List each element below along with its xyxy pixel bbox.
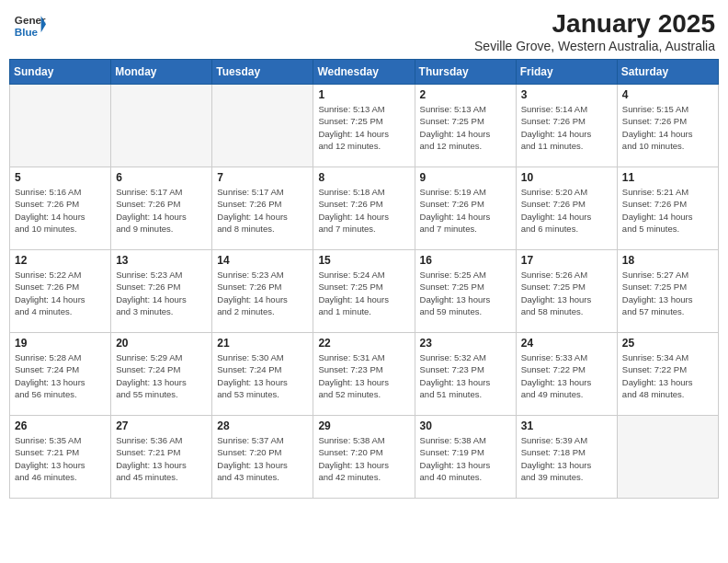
day-info: Sunrise: 5:27 AM Sunset: 7:25 PM Dayligh… (622, 269, 713, 317)
calendar-cell: 31Sunrise: 5:39 AM Sunset: 7:18 PM Dayli… (516, 416, 617, 499)
calendar-cell: 28Sunrise: 5:37 AM Sunset: 7:20 PM Dayli… (212, 416, 313, 499)
day-number: 31 (521, 419, 612, 432)
calendar-header-thursday: Thursday (415, 60, 516, 85)
day-number: 15 (318, 254, 409, 267)
calendar-cell: 23Sunrise: 5:32 AM Sunset: 7:23 PM Dayli… (415, 333, 516, 416)
day-number: 27 (116, 419, 207, 432)
week-row-1: 1Sunrise: 5:13 AM Sunset: 7:25 PM Daylig… (10, 85, 719, 167)
calendar-cell: 19Sunrise: 5:28 AM Sunset: 7:24 PM Dayli… (10, 333, 111, 416)
calendar-cell: 22Sunrise: 5:31 AM Sunset: 7:23 PM Dayli… (313, 333, 415, 416)
day-info: Sunrise: 5:38 AM Sunset: 7:19 PM Dayligh… (420, 434, 511, 483)
calendar-cell: 30Sunrise: 5:38 AM Sunset: 7:19 PM Dayli… (415, 416, 516, 499)
day-info: Sunrise: 5:23 AM Sunset: 7:26 PM Dayligh… (217, 269, 308, 317)
calendar-cell (617, 416, 718, 499)
day-info: Sunrise: 5:24 AM Sunset: 7:25 PM Dayligh… (318, 269, 409, 317)
day-number: 7 (217, 171, 308, 184)
calendar-cell: 17Sunrise: 5:26 AM Sunset: 7:25 PM Dayli… (516, 250, 617, 333)
calendar-cell (212, 85, 313, 167)
calendar-cell (111, 85, 212, 167)
day-info: Sunrise: 5:33 AM Sunset: 7:22 PM Dayligh… (521, 351, 612, 400)
calendar-header-saturday: Saturday (617, 60, 718, 85)
calendar-cell: 20Sunrise: 5:29 AM Sunset: 7:24 PM Dayli… (111, 333, 212, 416)
day-info: Sunrise: 5:26 AM Sunset: 7:25 PM Dayligh… (521, 269, 612, 317)
day-info: Sunrise: 5:19 AM Sunset: 7:26 PM Dayligh… (420, 186, 511, 235)
day-info: Sunrise: 5:20 AM Sunset: 7:26 PM Dayligh… (521, 186, 612, 235)
day-info: Sunrise: 5:36 AM Sunset: 7:21 PM Dayligh… (116, 434, 207, 483)
page-title: January 2025 (474, 9, 715, 39)
calendar-cell: 29Sunrise: 5:38 AM Sunset: 7:20 PM Dayli… (313, 416, 415, 499)
page-subtitle: Seville Grove, Western Australia, Austra… (474, 39, 715, 53)
week-row-3: 12Sunrise: 5:22 AM Sunset: 7:26 PM Dayli… (10, 250, 719, 333)
day-number: 12 (15, 254, 106, 267)
day-number: 11 (622, 171, 713, 184)
day-info: Sunrise: 5:39 AM Sunset: 7:18 PM Dayligh… (521, 434, 612, 483)
week-row-2: 5Sunrise: 5:16 AM Sunset: 7:26 PM Daylig… (10, 167, 719, 250)
logo: General Blue (13, 9, 46, 42)
day-info: Sunrise: 5:38 AM Sunset: 7:20 PM Dayligh… (318, 434, 409, 483)
day-info: Sunrise: 5:14 AM Sunset: 7:26 PM Dayligh… (521, 103, 612, 152)
calendar-header-tuesday: Tuesday (212, 60, 313, 85)
day-number: 5 (15, 171, 106, 184)
day-info: Sunrise: 5:17 AM Sunset: 7:26 PM Dayligh… (217, 186, 308, 235)
day-info: Sunrise: 5:37 AM Sunset: 7:20 PM Dayligh… (217, 434, 308, 483)
calendar-cell: 25Sunrise: 5:34 AM Sunset: 7:22 PM Dayli… (617, 333, 718, 416)
day-info: Sunrise: 5:18 AM Sunset: 7:26 PM Dayligh… (318, 186, 409, 235)
page-header: General Blue January 2025 Seville Grove,… (9, 9, 719, 53)
week-row-4: 19Sunrise: 5:28 AM Sunset: 7:24 PM Dayli… (10, 333, 719, 416)
calendar-header-wednesday: Wednesday (313, 60, 415, 85)
day-info: Sunrise: 5:13 AM Sunset: 7:25 PM Dayligh… (420, 103, 511, 152)
day-info: Sunrise: 5:13 AM Sunset: 7:25 PM Dayligh… (318, 103, 409, 152)
calendar-cell: 8Sunrise: 5:18 AM Sunset: 7:26 PM Daylig… (313, 167, 415, 250)
calendar-cell: 9Sunrise: 5:19 AM Sunset: 7:26 PM Daylig… (415, 167, 516, 250)
week-row-5: 26Sunrise: 5:35 AM Sunset: 7:21 PM Dayli… (10, 416, 719, 499)
day-number: 29 (318, 419, 409, 432)
calendar-cell: 3Sunrise: 5:14 AM Sunset: 7:26 PM Daylig… (516, 85, 617, 167)
calendar-cell: 7Sunrise: 5:17 AM Sunset: 7:26 PM Daylig… (212, 167, 313, 250)
svg-text:Blue: Blue (15, 26, 39, 38)
calendar-header-monday: Monday (111, 60, 212, 85)
calendar-cell: 26Sunrise: 5:35 AM Sunset: 7:21 PM Dayli… (10, 416, 111, 499)
calendar-cell: 27Sunrise: 5:36 AM Sunset: 7:21 PM Dayli… (111, 416, 212, 499)
day-number: 3 (521, 88, 612, 101)
day-number: 4 (622, 88, 713, 101)
day-number: 9 (420, 171, 511, 184)
title-block: January 2025 Seville Grove, Western Aust… (474, 9, 715, 53)
day-info: Sunrise: 5:16 AM Sunset: 7:26 PM Dayligh… (15, 186, 106, 235)
calendar-cell: 5Sunrise: 5:16 AM Sunset: 7:26 PM Daylig… (10, 167, 111, 250)
day-info: Sunrise: 5:25 AM Sunset: 7:25 PM Dayligh… (420, 269, 511, 317)
calendar-cell: 13Sunrise: 5:23 AM Sunset: 7:26 PM Dayli… (111, 250, 212, 333)
calendar-cell: 10Sunrise: 5:20 AM Sunset: 7:26 PM Dayli… (516, 167, 617, 250)
day-number: 6 (116, 171, 207, 184)
calendar-cell: 4Sunrise: 5:15 AM Sunset: 7:26 PM Daylig… (617, 85, 718, 167)
day-info: Sunrise: 5:15 AM Sunset: 7:26 PM Dayligh… (622, 103, 713, 152)
day-number: 14 (217, 254, 308, 267)
day-number: 30 (420, 419, 511, 432)
logo-icon: General Blue (13, 9, 46, 42)
day-info: Sunrise: 5:35 AM Sunset: 7:21 PM Dayligh… (15, 434, 106, 483)
day-info: Sunrise: 5:30 AM Sunset: 7:24 PM Dayligh… (217, 351, 308, 400)
day-info: Sunrise: 5:31 AM Sunset: 7:23 PM Dayligh… (318, 351, 409, 400)
day-number: 24 (521, 337, 612, 350)
day-number: 10 (521, 171, 612, 184)
day-number: 13 (116, 254, 207, 267)
day-number: 18 (622, 254, 713, 267)
day-info: Sunrise: 5:29 AM Sunset: 7:24 PM Dayligh… (116, 351, 207, 400)
calendar-cell: 12Sunrise: 5:22 AM Sunset: 7:26 PM Dayli… (10, 250, 111, 333)
day-number: 26 (15, 419, 106, 432)
day-number: 8 (318, 171, 409, 184)
calendar-cell: 6Sunrise: 5:17 AM Sunset: 7:26 PM Daylig… (111, 167, 212, 250)
day-info: Sunrise: 5:21 AM Sunset: 7:26 PM Dayligh… (622, 186, 713, 235)
day-number: 25 (622, 337, 713, 350)
day-info: Sunrise: 5:23 AM Sunset: 7:26 PM Dayligh… (116, 269, 207, 317)
day-number: 21 (217, 337, 308, 350)
calendar-cell: 21Sunrise: 5:30 AM Sunset: 7:24 PM Dayli… (212, 333, 313, 416)
calendar-cell: 15Sunrise: 5:24 AM Sunset: 7:25 PM Dayli… (313, 250, 415, 333)
calendar-cell (10, 85, 111, 167)
calendar-cell: 2Sunrise: 5:13 AM Sunset: 7:25 PM Daylig… (415, 85, 516, 167)
day-number: 16 (420, 254, 511, 267)
day-number: 17 (521, 254, 612, 267)
day-number: 28 (217, 419, 308, 432)
calendar-header-row: SundayMondayTuesdayWednesdayThursdayFrid… (10, 60, 719, 85)
calendar-cell: 16Sunrise: 5:25 AM Sunset: 7:25 PM Dayli… (415, 250, 516, 333)
day-number: 1 (318, 88, 409, 101)
